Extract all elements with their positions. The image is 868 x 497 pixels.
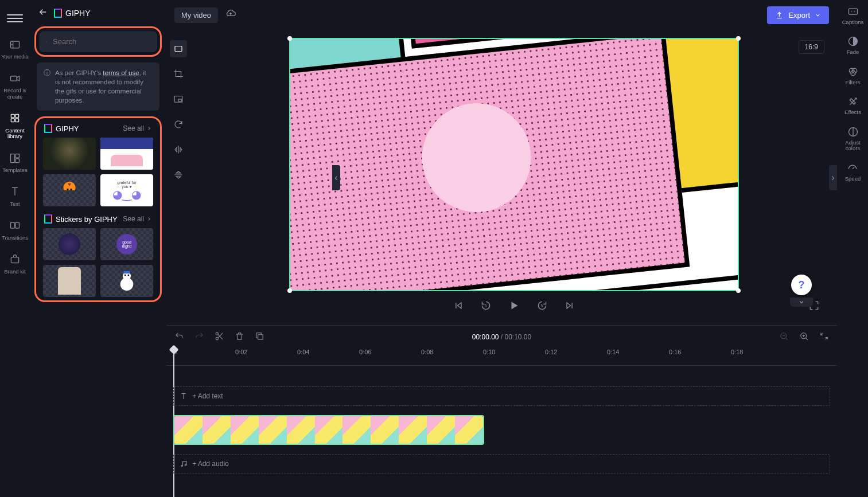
sidebar-item-your-media[interactable]: Your media (0, 37, 30, 62)
svg-rect-32 (848, 9, 857, 14)
sidebar-item-label: Templates (2, 167, 27, 173)
split-button[interactable] (215, 331, 224, 343)
gif-thumb[interactable] (100, 138, 153, 170)
cloud-sync-icon[interactable] (225, 8, 236, 22)
ruler-tick: 0:14 (607, 349, 619, 355)
search-input-wrap[interactable] (40, 32, 157, 52)
captions-icon (847, 6, 859, 17)
collapse-right-panel[interactable] (790, 298, 813, 307)
gif-thumb[interactable] (43, 174, 96, 206)
flip-v-tool[interactable] (170, 166, 187, 183)
playback-controls: 5 5 (190, 291, 837, 318)
export-button[interactable]: Export (767, 6, 829, 24)
resize-handle[interactable] (287, 36, 292, 41)
timeline-ruler[interactable]: 0 0:02 0:04 0:06 0:08 0:10 0:12 0:14 0:1… (166, 349, 837, 366)
time-display: 00:00.00 / 00:10.00 (472, 333, 531, 341)
svg-rect-4 (11, 119, 14, 122)
zoom-out-button[interactable] (779, 331, 789, 343)
sidebar-item-adjust-colors[interactable]: Adjust colors (838, 126, 868, 152)
gif-thumb[interactable]: grateful foryou ♥◕‿◕ (100, 174, 153, 206)
sidebar-item-label: Effects (844, 109, 861, 115)
svg-rect-13 (67, 189, 69, 190)
ruler-tick: 0:18 (731, 349, 743, 355)
svg-rect-10 (15, 222, 20, 228)
svg-point-26 (216, 337, 218, 339)
sidebar-item-brand-kit[interactable]: Brand kit (0, 251, 30, 277)
hamburger-menu[interactable] (7, 10, 23, 26)
project-name-chip[interactable]: My video (174, 7, 218, 23)
sidebar-item-speed[interactable]: Speed (845, 162, 861, 182)
sidebar-item-captions[interactable]: Captions (842, 6, 864, 25)
sidebar-item-label: Adjust colors (838, 140, 868, 152)
adjust-icon (847, 126, 859, 138)
timeline: 00:00.00 / 00:10.00 0 0:02 0:04 0:06 0:0… (166, 325, 837, 497)
ruler-tick: 0:10 (483, 349, 495, 355)
fit-timeline-button[interactable] (819, 331, 829, 343)
sidebar-item-transitions[interactable]: Transitions (0, 217, 30, 243)
add-text-label: + Add text (192, 392, 223, 400)
resize-handle[interactable] (736, 36, 741, 41)
ruler-tick: 0:16 (669, 349, 681, 355)
redo-button[interactable] (194, 331, 204, 343)
pip-tool[interactable] (170, 91, 187, 108)
speed-icon (847, 162, 858, 174)
sidebar-item-text[interactable]: Text (0, 183, 30, 209)
duplicate-button[interactable] (255, 331, 264, 343)
preview-canvas[interactable] (289, 38, 739, 291)
info-icon: ⓘ (44, 68, 50, 105)
sidebar-item-label: Record & create (0, 88, 30, 100)
aspect-ratio-badge[interactable]: 16:9 (799, 40, 824, 54)
sidebar-item-label: Transitions (2, 235, 28, 241)
delete-button[interactable] (235, 331, 244, 343)
rotate-tool[interactable] (170, 116, 187, 133)
gif-thumb[interactable] (43, 138, 96, 170)
sidebar-item-templates[interactable]: Templates (0, 150, 30, 176)
topbar: My video Export (166, 0, 837, 30)
panel-title: GIPHY (54, 9, 91, 18)
play-button[interactable] (508, 299, 520, 314)
right-panel-expand-handle[interactable]: › (829, 165, 837, 190)
search-input[interactable] (52, 37, 150, 46)
chevron-down-icon (815, 12, 821, 18)
add-audio-label: + Add audio (192, 460, 229, 468)
see-all-stickers[interactable]: See all (123, 215, 152, 223)
sidebar-item-label: Text (10, 201, 20, 207)
canvas-toolbar (166, 30, 190, 325)
video-clip[interactable] (173, 415, 484, 445)
sticker-thumb[interactable] (100, 265, 153, 297)
templates-icon (9, 152, 21, 165)
sticker-thumb[interactable] (43, 265, 96, 297)
help-button[interactable]: ? (791, 275, 812, 295)
sidebar-item-filters[interactable]: Filters (846, 66, 861, 85)
media-icon (9, 39, 21, 52)
flip-h-tool[interactable] (170, 141, 187, 158)
sidebar-item-label: Captions (842, 19, 864, 25)
sticker-thumb[interactable] (43, 228, 96, 260)
terms-link[interactable]: terms of use (103, 69, 139, 76)
fit-tool[interactable] (170, 40, 187, 57)
sticker-thumb[interactable]: goodnight! (100, 228, 153, 260)
rewind-button[interactable]: 5 (480, 300, 492, 314)
forward-button[interactable]: 5 (536, 300, 548, 314)
sidebar-item-record-create[interactable]: Record & create (0, 71, 30, 102)
svg-text:5: 5 (540, 304, 543, 308)
skip-start-button[interactable] (453, 300, 464, 314)
sidebar-item-fade[interactable]: Fade (847, 36, 859, 55)
sidebar-item-effects[interactable]: Effects (844, 96, 861, 115)
svg-rect-20 (175, 46, 182, 52)
audio-track[interactable]: + Add audio (173, 454, 830, 473)
ruler-tick: 0:08 (421, 349, 433, 355)
sidebar-item-content-library[interactable]: Content library (0, 110, 30, 142)
see-all-giphy[interactable]: See all (123, 124, 152, 132)
skip-end-button[interactable] (564, 300, 575, 314)
zoom-in-button[interactable] (799, 331, 809, 343)
text-track[interactable]: + Add text (173, 386, 830, 406)
panel-collapse-handle[interactable]: ‹ (332, 165, 340, 190)
text-icon (9, 186, 21, 198)
svg-point-30 (181, 465, 182, 466)
crop-tool[interactable] (170, 65, 187, 83)
undo-button[interactable] (174, 331, 184, 343)
giphy-logo-icon (44, 214, 52, 224)
section-title-stickers: Stickers by GIPHY (44, 214, 118, 224)
back-button[interactable] (38, 7, 48, 19)
